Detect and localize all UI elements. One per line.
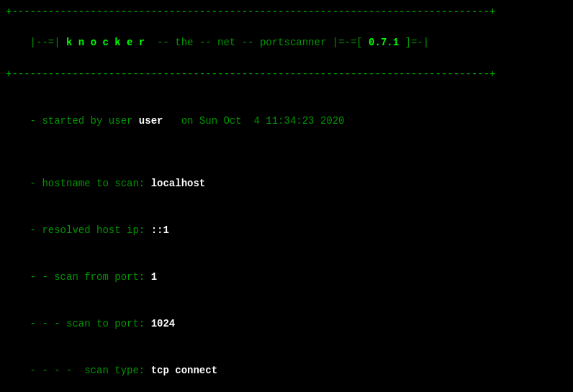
scan-to-prefix: - - - scan to port: xyxy=(30,318,151,329)
terminal-window: +---------------------------------------… xyxy=(6,4,567,388)
started-suffix: on Sun Oct 4 11:34:23 2020 xyxy=(163,115,344,127)
scan-from-value: 1 xyxy=(151,271,157,283)
resolved-line: - resolved host ip: ::1 xyxy=(6,207,567,254)
title-knocker: k n o c k e r xyxy=(66,37,145,48)
scan-to-line: - - - scan to port: 1024 xyxy=(6,301,567,347)
scan-from-prefix: - - scan from port: xyxy=(30,271,151,283)
empty-1 xyxy=(6,82,567,98)
title-line: |--=| k n o c k e r -- the -- net -- por… xyxy=(6,20,567,67)
title-bracket-open: |=-=[ xyxy=(333,37,363,48)
hostname-value: localhost xyxy=(151,178,206,189)
top-border: +---------------------------------------… xyxy=(6,4,567,20)
empty-2 xyxy=(6,145,567,160)
scan-type-prefix: - - - - scan type: xyxy=(30,365,151,376)
title-bracket-close: ]=-| xyxy=(405,37,430,48)
scan-to-value: 1024 xyxy=(151,318,176,329)
started-prefix: - started by user xyxy=(30,115,139,127)
title-prefix: |--=| xyxy=(30,37,66,48)
resolved-prefix: - resolved host ip: xyxy=(30,224,151,236)
title-version: 0.7.1 xyxy=(363,37,405,48)
scan-type-line: - - - - scan type: tcp connect xyxy=(6,347,567,392)
title-middle: -- the -- net -- portscanner xyxy=(145,37,332,48)
header-bottom-border: +---------------------------------------… xyxy=(6,67,567,83)
scan-type-value: tcp connect xyxy=(151,365,217,376)
hostname-prefix: - hostname to scan: xyxy=(30,178,151,189)
started-line: - started by user user on Sun Oct 4 11:3… xyxy=(6,98,567,145)
scan-from-line: - - scan from port: 1 xyxy=(6,254,567,301)
hostname-line: - hostname to scan: localhost xyxy=(6,160,567,207)
resolved-value: ::1 xyxy=(151,224,169,236)
started-user: user xyxy=(139,115,163,127)
